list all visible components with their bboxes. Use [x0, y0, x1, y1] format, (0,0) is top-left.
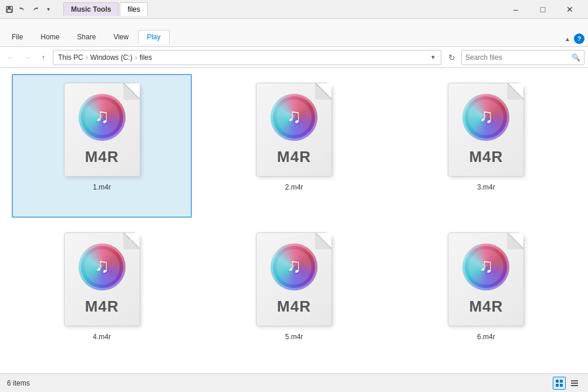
file-type-label: M4R: [469, 298, 503, 316]
refresh-button[interactable]: ↻: [445, 50, 459, 65]
document-shape: ♫ M4R: [256, 232, 332, 326]
title-tab-files[interactable]: files: [120, 2, 147, 16]
file-name: 4.m4r: [93, 333, 111, 341]
title-bar: ▾ Music Tools files – □ ✕: [0, 0, 588, 19]
file-icon-wrapper: ♫ M4R: [442, 80, 530, 180]
tab-home[interactable]: Home: [32, 30, 67, 44]
file-icon-wrapper: ♫ M4R: [58, 229, 146, 329]
document-shape: ♫ M4R: [256, 83, 332, 177]
quick-access-toolbar: ▾: [5, 5, 53, 14]
file-item[interactable]: ♫ M4R 4.m4r: [12, 224, 192, 367]
breadcrumb-windows-c[interactable]: Windows (C:): [90, 53, 133, 62]
undo-icon[interactable]: [18, 5, 27, 14]
file-type-label: M4R: [85, 148, 119, 166]
music-circle: ♫: [271, 244, 317, 290]
file-type-label: M4R: [277, 148, 311, 166]
breadcrumb-sep-2: ›: [135, 53, 137, 62]
document-shape: ♫ M4R: [448, 83, 524, 177]
svg-rect-8: [571, 383, 578, 384]
svg-rect-7: [571, 380, 578, 381]
file-name: 2.m4r: [285, 183, 303, 191]
svg-rect-2: [7, 9, 12, 12]
file-item[interactable]: ♫ M4R 3.m4r: [396, 74, 576, 218]
music-note-icon: ♫: [286, 254, 302, 277]
music-circle: ♫: [462, 244, 509, 290]
search-icon: 🔍: [572, 53, 580, 62]
music-circle: ♫: [79, 244, 126, 290]
music-note-icon: ♫: [286, 104, 302, 127]
tab-share[interactable]: Share: [69, 30, 104, 44]
music-circle: ♫: [271, 94, 317, 141]
file-icon-wrapper: ♫ M4R: [250, 80, 338, 180]
details-view-button[interactable]: [568, 377, 581, 390]
file-name: 1.m4r: [93, 183, 111, 191]
file-item[interactable]: ♫ M4R 1.m4r: [12, 74, 192, 218]
title-tabs: Music Tools files: [63, 2, 502, 16]
content-area: ♫ M4R 1.m4r ♫ M4R 2.m4r ♫ M4R 3.m: [0, 68, 588, 373]
tab-play[interactable]: Play: [138, 30, 169, 44]
file-icon-wrapper: ♫ M4R: [58, 80, 146, 180]
file-icon-wrapper: ♫ M4R: [442, 229, 530, 329]
file-name: 6.m4r: [477, 333, 495, 341]
help-button[interactable]: ?: [574, 33, 584, 44]
ribbon-collapse-icon[interactable]: ▲: [565, 36, 570, 42]
breadcrumb-files: files: [140, 53, 152, 62]
search-input[interactable]: [465, 53, 572, 62]
ribbon-tab-bar: File Home Share View Play: [4, 30, 170, 44]
file-item[interactable]: ♫ M4R 2.m4r: [204, 74, 384, 218]
document-shape: ♫ M4R: [64, 232, 140, 326]
document-shape: ♫ M4R: [448, 232, 524, 326]
file-name: 3.m4r: [477, 183, 495, 191]
svg-rect-3: [556, 380, 559, 383]
breadcrumb[interactable]: This PC › Windows (C:) › files ▼: [53, 50, 441, 65]
file-name: 5.m4r: [285, 333, 303, 341]
svg-rect-5: [556, 384, 559, 387]
file-grid: ♫ M4R 1.m4r ♫ M4R 2.m4r ♫ M4R 3.m: [0, 68, 588, 373]
svg-rect-9: [571, 385, 578, 386]
ribbon: File Home Share View Play ▲ ?: [0, 19, 588, 47]
music-note-icon: ♫: [94, 254, 110, 277]
breadcrumb-this-pc[interactable]: This PC: [58, 53, 83, 62]
svg-rect-4: [560, 380, 563, 383]
document-shape: ♫ M4R: [64, 83, 140, 177]
large-icons-view-button[interactable]: [553, 377, 566, 390]
maximize-button[interactable]: □: [529, 0, 556, 19]
music-note-icon: ♫: [94, 104, 110, 127]
minimize-button[interactable]: –: [502, 0, 529, 19]
music-note-icon: ♫: [479, 104, 494, 127]
back-button[interactable]: ←: [4, 50, 18, 65]
file-type-label: M4R: [85, 298, 119, 316]
file-item[interactable]: ♫ M4R 6.m4r: [396, 224, 576, 367]
window-controls: – □ ✕: [502, 0, 583, 19]
address-bar: ← → ↑ This PC › Windows (C:) › files ▼ ↻…: [0, 47, 588, 68]
file-icon-wrapper: ♫ M4R: [250, 229, 338, 329]
file-type-label: M4R: [469, 148, 503, 166]
svg-rect-6: [560, 384, 563, 387]
up-button[interactable]: ↑: [36, 50, 50, 65]
view-toggles: [553, 377, 581, 390]
dropdown-icon[interactable]: ▾: [43, 5, 53, 14]
forward-button[interactable]: →: [20, 50, 34, 65]
close-button[interactable]: ✕: [556, 0, 583, 19]
music-circle: ♫: [462, 94, 509, 141]
breadcrumb-dropdown-icon[interactable]: ▼: [430, 54, 436, 60]
tab-view[interactable]: View: [105, 30, 137, 44]
search-bar[interactable]: 🔍: [461, 50, 584, 65]
ribbon-right: ▲ ?: [565, 33, 584, 44]
save-icon[interactable]: [5, 5, 14, 14]
status-bar: 6 items: [0, 373, 588, 392]
svg-rect-1: [8, 6, 11, 9]
status-item-count: 6 items: [7, 379, 30, 387]
music-circle: ♫: [79, 94, 126, 141]
title-tab-music-tools[interactable]: Music Tools: [63, 2, 119, 16]
tab-file[interactable]: File: [4, 30, 31, 44]
file-type-label: M4R: [277, 298, 311, 316]
music-note-icon: ♫: [479, 254, 494, 277]
breadcrumb-sep-1: ›: [86, 53, 88, 62]
file-item[interactable]: ♫ M4R 5.m4r: [204, 224, 384, 367]
redo-icon[interactable]: [31, 5, 40, 14]
